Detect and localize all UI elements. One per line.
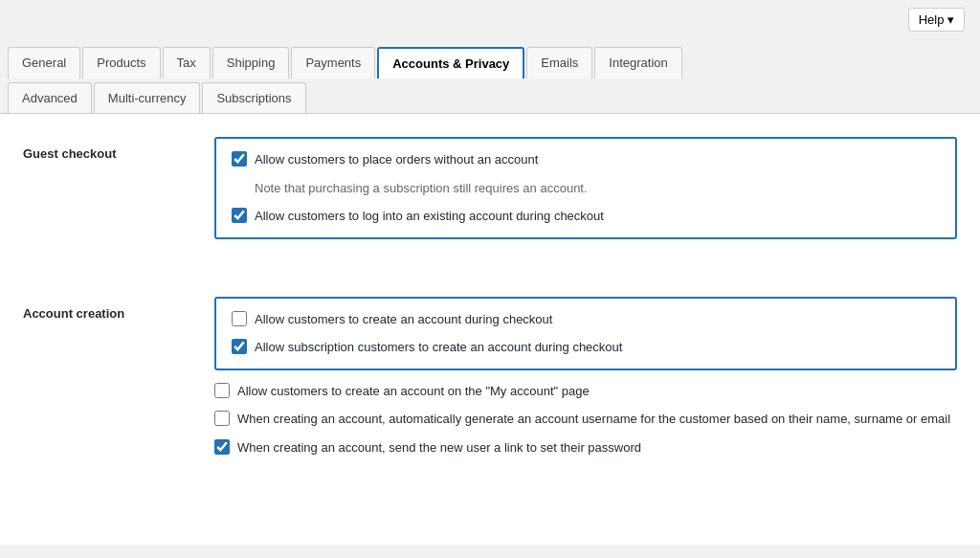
guest-checkout-section: Guest checkout Allow customers to place …	[23, 137, 957, 270]
ac-option-1: Allow customers to create an account dur…	[232, 310, 940, 329]
guest-checkout-content: Allow customers to place orders without …	[214, 137, 957, 251]
ac-checkbox-5[interactable]	[214, 439, 230, 455]
account-creation-bordered-group: Allow customers to create an account dur…	[214, 297, 957, 370]
ac-checkbox-3[interactable]	[214, 383, 230, 398]
ac-label-3: Allow customers to create an account on …	[237, 382, 590, 401]
tab-emails[interactable]: Emails	[526, 47, 592, 78]
ac-checkbox-1[interactable]	[232, 311, 247, 326]
gc-note: Note that purchasing a subscription stil…	[255, 179, 940, 198]
ac-label-5: When creating an account, send the new u…	[237, 438, 641, 458]
guest-checkout-bordered-group: Allow customers to place orders without …	[214, 137, 957, 239]
account-creation-section: Account creation Allow customers to crea…	[23, 297, 957, 486]
ac-checkbox-4[interactable]	[214, 411, 230, 426]
gc-option-1: Allow customers to place orders without …	[232, 150, 940, 169]
ac-option-5: When creating an account, send the new u…	[214, 438, 957, 458]
gc-label-2: Allow customers to log into an existing …	[255, 207, 604, 226]
tab-products[interactable]: Products	[82, 47, 160, 78]
gc-checkbox-2[interactable]	[232, 208, 247, 223]
tab-payments[interactable]: Payments	[291, 47, 375, 78]
gc-label-1: Allow customers to place orders without …	[255, 150, 538, 169]
top-bar: Help ▾	[0, 0, 980, 39]
account-creation-content: Allow customers to create an account dur…	[214, 297, 957, 467]
gc-option-2: Allow customers to log into an existing …	[232, 207, 940, 226]
tab-accounts-privacy[interactable]: Accounts & Privacy	[377, 47, 524, 78]
tab-shipping[interactable]: Shipping	[212, 47, 290, 78]
tab2-subscriptions[interactable]: Subscriptions	[202, 82, 305, 113]
ac-option-4: When creating an account, automatically …	[214, 410, 957, 429]
help-button[interactable]: Help ▾	[908, 8, 965, 32]
tab-general[interactable]: General	[8, 47, 80, 78]
gc-checkbox-1[interactable]	[232, 151, 247, 167]
tab2-advanced[interactable]: Advanced	[8, 82, 92, 113]
ac-label-2: Allow subscription customers to create a…	[255, 338, 622, 357]
ac-checkbox-2[interactable]	[232, 339, 247, 354]
tab2-multi-currency[interactable]: Multi-currency	[94, 82, 201, 113]
ac-option-3: Allow customers to create an account on …	[214, 382, 957, 401]
tab-tax[interactable]: Tax	[163, 47, 211, 78]
tabs-row-2: AdvancedMulti-currencySubscriptions	[0, 78, 980, 113]
account-creation-label: Account creation	[23, 297, 214, 321]
tabs-area: GeneralProductsTaxShippingPaymentsAccoun…	[0, 39, 980, 114]
ac-label-4: When creating an account, automatically …	[237, 410, 950, 429]
tab-integration[interactable]: Integration	[594, 47, 681, 78]
ac-plain-options: Allow customers to create an account on …	[214, 382, 957, 458]
ac-label-1: Allow customers to create an account dur…	[255, 310, 552, 329]
ac-option-2: Allow subscription customers to create a…	[232, 338, 940, 357]
tabs-row-1: GeneralProductsTaxShippingPaymentsAccoun…	[0, 39, 980, 78]
content-area: Guest checkout Allow customers to place …	[0, 114, 980, 545]
guest-checkout-label: Guest checkout	[23, 137, 214, 161]
